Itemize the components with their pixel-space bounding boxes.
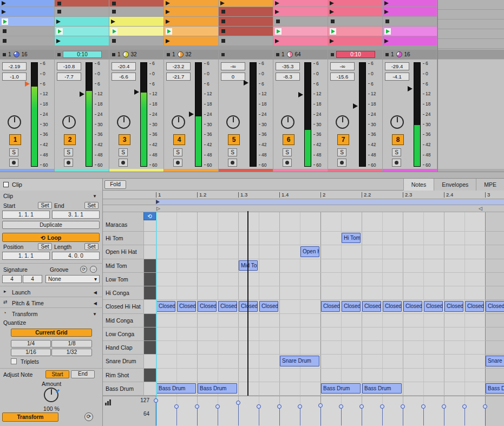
signature-denominator[interactable]: 4 xyxy=(23,275,42,283)
start-value[interactable]: 1. 1. 1 xyxy=(2,211,50,219)
clip-stop-button[interactable] xyxy=(331,53,334,56)
grid-1-16-button[interactable]: 1/16 xyxy=(11,349,51,356)
drum-row-label[interactable]: Low Conga xyxy=(103,327,143,341)
midi-note[interactable]: Closed Hi Hat xyxy=(156,301,175,311)
peak-level-value[interactable]: -35.3 xyxy=(276,62,300,70)
clip[interactable] xyxy=(0,7,54,16)
velocity-marker[interactable] xyxy=(154,398,158,403)
volume-value[interactable]: -15.6 xyxy=(330,73,355,81)
midi-note[interactable]: Closed Hi Hat xyxy=(259,301,278,311)
velocity-marker[interactable] xyxy=(215,404,220,409)
transform-collapse-icon[interactable]: ▼ xyxy=(93,312,97,317)
launch-section-label[interactable]: Launch xyxy=(12,289,30,296)
midi-note[interactable]: Snare Drum xyxy=(280,356,319,366)
drum-row-label[interactable]: Open Hi Hat xyxy=(103,245,143,259)
pan-knob[interactable] xyxy=(172,115,185,129)
drum-row-label[interactable]: Mid Conga xyxy=(103,314,143,327)
loop-bar[interactable] xyxy=(103,199,504,205)
pan-knob[interactable] xyxy=(390,115,404,129)
volume-fader-handle[interactable] xyxy=(134,89,139,95)
clip-slot[interactable] xyxy=(0,36,54,45)
clip-slot[interactable] xyxy=(55,0,109,6)
tab-envelopes[interactable]: Envelopes xyxy=(434,179,476,191)
arm-button[interactable] xyxy=(119,159,128,167)
volume-value[interactable]: -1.0 xyxy=(2,73,27,81)
midi-note[interactable]: Closed Hi Hat xyxy=(362,301,381,311)
signature-numerator[interactable]: 4 xyxy=(2,275,22,283)
velocity-marker[interactable] xyxy=(236,401,240,405)
clip[interactable] xyxy=(109,17,163,26)
drum-pad-cell[interactable] xyxy=(143,273,156,286)
track-number-button[interactable]: 4 xyxy=(173,134,185,145)
track-number-button[interactable]: 7 xyxy=(337,134,349,145)
transform-apply-button[interactable]: Transform xyxy=(2,412,58,422)
clip-stop-button[interactable] xyxy=(221,53,225,56)
set-end-button[interactable]: Set xyxy=(84,202,99,209)
loop-button[interactable]: ⟲ Loop xyxy=(2,233,100,242)
amount-value[interactable]: 100 % xyxy=(0,405,103,412)
clip[interactable] xyxy=(55,27,109,36)
drum-pad-cell[interactable] xyxy=(143,232,156,245)
groove-hotswap-icon[interactable]: → xyxy=(90,266,97,273)
velocity-marker[interactable] xyxy=(359,404,364,409)
volume-value[interactable]: -21.7 xyxy=(166,73,191,81)
track-number-button[interactable]: 1 xyxy=(9,134,21,145)
drum-pad-cell[interactable] xyxy=(143,286,156,300)
drum-pad-cell[interactable] xyxy=(143,300,156,313)
set-length-button[interactable]: Set xyxy=(84,243,99,250)
drum-row-label[interactable]: Hi Tom xyxy=(103,232,143,245)
clip[interactable] xyxy=(383,0,437,6)
clip[interactable] xyxy=(328,7,382,16)
clip[interactable] xyxy=(273,7,328,16)
clip[interactable] xyxy=(273,36,328,45)
track-number-button[interactable]: 6 xyxy=(283,134,294,145)
clip-section-collapse-icon[interactable]: ▼ xyxy=(93,194,97,199)
clip-stop-button[interactable] xyxy=(57,53,61,56)
midi-note[interactable]: Closed Hi Hat xyxy=(177,301,196,311)
pan-knob[interactable] xyxy=(117,115,130,129)
pan-knob[interactable] xyxy=(336,115,349,129)
arm-button[interactable] xyxy=(283,159,292,167)
velocity-marker[interactable] xyxy=(195,404,199,409)
loop-region[interactable] xyxy=(156,199,504,205)
midi-note[interactable]: Bass Drum xyxy=(198,383,237,394)
drum-pad-cell[interactable] xyxy=(143,327,156,341)
clip-slot[interactable] xyxy=(219,17,273,26)
clip[interactable] xyxy=(55,17,109,26)
clip[interactable] xyxy=(273,27,328,36)
peak-level-value[interactable]: -10.8 xyxy=(57,62,81,70)
arm-button[interactable] xyxy=(228,159,237,167)
midi-note[interactable]: Bass Drum xyxy=(486,383,504,394)
drum-row-label[interactable]: Mid Tom xyxy=(103,259,143,273)
midi-note[interactable]: Closed Hi Hat xyxy=(218,301,237,311)
duplicate-button[interactable]: Duplicate xyxy=(2,221,100,229)
peak-level-value[interactable]: -23.2 xyxy=(166,62,191,70)
clip-stop-button[interactable] xyxy=(276,53,279,56)
clip[interactable] xyxy=(219,0,273,6)
clip[interactable] xyxy=(109,27,163,36)
clip-slot[interactable] xyxy=(109,0,163,6)
drum-pad-cell[interactable] xyxy=(143,355,156,368)
midi-note[interactable]: Closed Hi Hat xyxy=(444,301,463,311)
drum-row-label[interactable]: Hi Conga xyxy=(103,286,143,300)
drum-pad-cell[interactable] xyxy=(143,369,156,382)
midi-note[interactable]: Closed Hi Hat xyxy=(465,301,484,311)
groove-select[interactable]: None ▾ xyxy=(45,275,100,283)
clip-slot[interactable] xyxy=(109,7,163,16)
clip-stop-button[interactable] xyxy=(3,53,6,56)
midi-note[interactable]: Closed Hi Hat xyxy=(198,301,217,311)
transform-section-label[interactable]: Transform xyxy=(12,310,37,318)
arm-button[interactable] xyxy=(173,159,182,167)
track-number-button[interactable]: 5 xyxy=(228,134,240,145)
clip[interactable] xyxy=(164,17,218,26)
arm-button[interactable] xyxy=(337,159,346,167)
peak-level-value[interactable]: -29.4 xyxy=(385,62,409,70)
velocity-marker[interactable] xyxy=(401,404,405,409)
volume-value[interactable]: -4.1 xyxy=(385,73,409,81)
clip[interactable] xyxy=(164,0,218,6)
drum-row-label[interactable]: Hand Clap xyxy=(103,341,143,355)
midi-note[interactable]: Closed Hi Hat xyxy=(321,301,340,311)
track-number-button[interactable]: 3 xyxy=(119,134,130,145)
drum-pad-cell[interactable] xyxy=(143,245,156,259)
midi-note[interactable]: Closed Hi Hat xyxy=(486,301,504,311)
